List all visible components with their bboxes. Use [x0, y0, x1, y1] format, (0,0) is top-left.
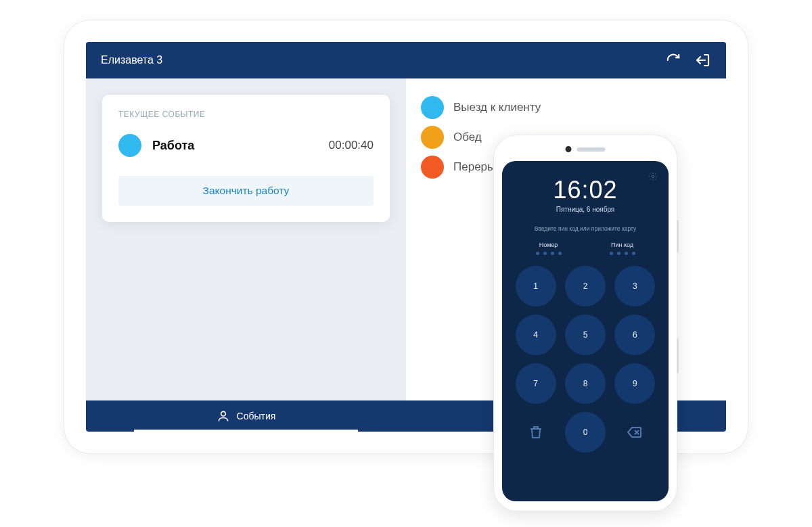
event-status-dot	[118, 134, 141, 157]
phone-earpiece	[577, 147, 606, 152]
pin-dot	[617, 252, 621, 255]
logout-icon[interactable]	[695, 52, 711, 68]
keypad-key-4[interactable]: 4	[516, 315, 556, 355]
finish-work-button[interactable]: Закончить работу	[118, 176, 374, 206]
backspace-icon	[627, 424, 643, 440]
svg-point-2	[652, 175, 654, 178]
keypad-key-9[interactable]: 9	[614, 363, 655, 404]
pin-col-pincode: Пин код	[610, 242, 635, 255]
keypad-key-8[interactable]: 8	[565, 363, 606, 404]
keypad-key-1[interactable]: 1	[516, 266, 556, 306]
pin-dot	[558, 252, 562, 255]
status-dot-blue	[421, 96, 444, 119]
phone-screen: 16:02 Пятница, 6 ноября Введите пин код …	[502, 161, 669, 501]
keypad-key-5[interactable]: 5	[565, 315, 606, 355]
current-event-card: ТЕКУЩЕЕ СОБЫТИЕ Работа 00:00:40 Закончит…	[102, 95, 390, 222]
pin-col-number-label: Номер	[539, 242, 558, 248]
current-event-heading: ТЕКУЩЕЕ СОБЫТИЕ	[118, 110, 374, 119]
tablet-header: Елизавета 3	[86, 42, 726, 78]
current-event-time: 00:00:40	[329, 139, 374, 152]
tab-events[interactable]: События	[86, 400, 406, 432]
pin-hint: Введите пин код или приложите карту	[512, 225, 659, 232]
keypad-backspace-button[interactable]	[614, 412, 655, 453]
clock-date: Пятница, 6 ноября	[512, 206, 659, 213]
pin-dot	[551, 252, 554, 255]
pin-dot	[543, 252, 547, 255]
keypad-key-7[interactable]: 7	[516, 363, 556, 404]
phone-device: 16:02 Пятница, 6 ноября Введите пин код …	[494, 135, 677, 511]
current-event-row: Работа 00:00:40	[118, 134, 374, 157]
keypad-key-3[interactable]: 3	[614, 266, 655, 306]
pin-dot	[625, 252, 628, 255]
keypad-key-0[interactable]: 0	[565, 412, 606, 453]
status-dot-red	[421, 156, 444, 179]
settings-icon[interactable]	[648, 172, 658, 181]
status-dot-orange	[421, 126, 444, 149]
tab-events-label: События	[237, 411, 276, 421]
pin-dot	[536, 252, 539, 255]
keypad: 1 2 3 4 5 6 7 8 9 0	[512, 266, 659, 453]
status-label: Обед	[453, 131, 482, 144]
status-option-client-visit[interactable]: Выезд к клиенту	[421, 96, 711, 119]
keypad-clear-button[interactable]	[516, 412, 556, 453]
refresh-icon[interactable]	[665, 52, 681, 68]
pin-dot	[632, 252, 635, 255]
status-label: Выезд к клиенту	[453, 101, 541, 114]
current-event-name: Работа	[152, 139, 329, 153]
left-pane: ТЕКУЩЕЕ СОБЫТИЕ Работа 00:00:40 Закончит…	[86, 78, 406, 400]
clock-time: 16:02	[512, 176, 659, 204]
phone-speaker	[566, 146, 606, 152]
person-icon	[217, 409, 230, 423]
pin-col-number: Номер	[536, 242, 562, 255]
keypad-key-2[interactable]: 2	[565, 266, 606, 306]
phone-side-button	[677, 220, 679, 252]
keypad-key-6[interactable]: 6	[614, 315, 655, 355]
user-name-title: Елизавета 3	[101, 54, 652, 66]
pin-labels-row: Номер Пин код	[512, 242, 659, 255]
phone-side-button	[677, 338, 679, 373]
pin-dot	[610, 252, 613, 255]
svg-point-0	[221, 411, 225, 416]
phone-camera-dot	[566, 146, 572, 152]
pin-col-pincode-label: Пин код	[611, 242, 633, 248]
trash-icon	[528, 424, 544, 440]
